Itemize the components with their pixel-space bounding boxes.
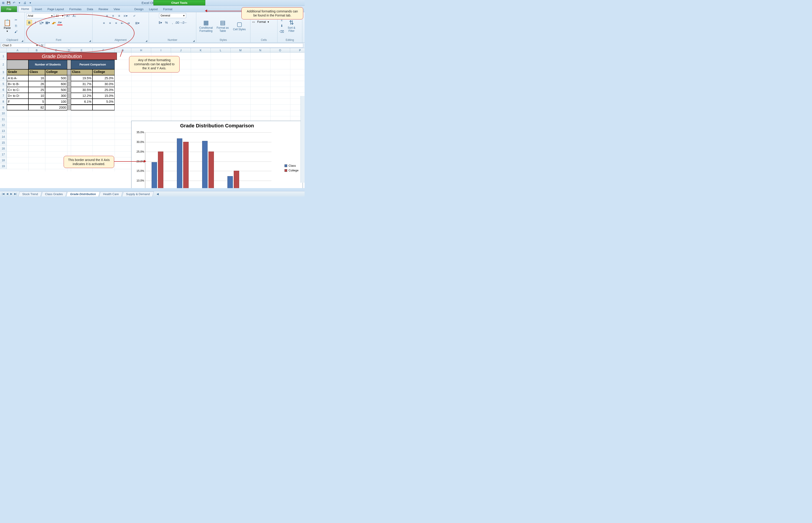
comma-icon[interactable]: ,	[170, 20, 175, 25]
column-header[interactable]: K	[191, 48, 211, 52]
column-header[interactable]: G	[115, 48, 131, 52]
row-header[interactable]: 11	[0, 116, 7, 122]
row-header[interactable]: 10	[0, 110, 7, 116]
tab-design[interactable]: Design	[132, 6, 146, 12]
dialog-launcher-icon[interactable]: ◢	[89, 39, 91, 42]
font-color-icon[interactable]: A▾	[57, 20, 62, 25]
table-cell[interactable]: 600	[45, 81, 67, 87]
tab-data[interactable]: Data	[84, 6, 96, 12]
borders-icon[interactable]: ▦▾	[45, 20, 50, 25]
qat-dropdown-icon[interactable]: ▾	[28, 1, 33, 5]
sort-filter-button[interactable]: ⇅Sort & Filter	[285, 19, 298, 33]
align-middle-icon[interactable]: ≡	[110, 13, 116, 19]
column-header[interactable]: P	[290, 48, 305, 52]
row-header[interactable]: 8	[0, 99, 7, 105]
column-header[interactable]: B	[29, 48, 45, 52]
sheet-tab[interactable]: Stock Trend	[18, 192, 42, 196]
table-cell[interactable]: 30.0%	[93, 81, 115, 87]
table-cell[interactable]: 30.5%	[71, 87, 93, 93]
chart-handle-top[interactable]: ⋯⋯	[214, 122, 220, 124]
row-header[interactable]: 12	[0, 122, 7, 128]
font-size-dropdown[interactable]: 11▾	[55, 13, 64, 18]
formula-input[interactable]	[45, 43, 303, 48]
decrease-decimal-icon[interactable]: .0←	[182, 20, 188, 25]
merge-center-icon[interactable]: ⊞▾	[135, 20, 140, 26]
clear-icon[interactable]: ⌫	[279, 29, 284, 34]
save-icon[interactable]: 💾	[6, 1, 11, 5]
number-format-dropdown[interactable]: General▾	[159, 13, 186, 18]
align-right-icon[interactable]: ≡	[113, 20, 119, 26]
column-header[interactable]: L	[211, 48, 231, 52]
align-top-icon[interactable]: ≡	[104, 13, 110, 19]
tab-format[interactable]: Format	[160, 6, 175, 12]
table-cell[interactable]: 5	[29, 99, 45, 105]
format-painter-icon[interactable]: 🖌	[14, 29, 19, 34]
row-header[interactable]: 15	[0, 140, 7, 146]
name-box[interactable]: Chart 3▾	[1, 43, 39, 48]
redo-icon[interactable]: ▾	[17, 1, 22, 5]
chart-bar[interactable]	[234, 171, 239, 188]
orientation-icon[interactable]: ⤭▾	[122, 13, 128, 19]
chart-bar[interactable]	[177, 139, 182, 188]
table-cell[interactable]: 300	[45, 93, 67, 99]
table-cell[interactable]: 2000	[45, 105, 67, 110]
copy-icon[interactable]: ⎘	[14, 23, 19, 28]
column-header[interactable]: C	[45, 48, 67, 52]
tab-view[interactable]: View	[111, 6, 122, 12]
table-cell[interactable]: 100	[45, 99, 67, 105]
row-header[interactable]: 13	[0, 128, 7, 134]
table-cell[interactable]: D+ to D-	[7, 93, 29, 99]
row-header[interactable]: 17	[0, 151, 7, 157]
table-cell[interactable]: 12.2%	[71, 93, 93, 99]
row-header[interactable]: 7	[0, 93, 7, 99]
table-cell[interactable]: 10	[29, 93, 45, 99]
table-cell[interactable]: 5.0%	[93, 99, 115, 105]
increase-font-icon[interactable]: A↑	[65, 13, 71, 19]
dialog-launcher-icon[interactable]: ◢	[193, 39, 195, 42]
file-tab[interactable]: File	[1, 6, 17, 12]
table-cell[interactable]: B+ to B-	[7, 81, 29, 87]
format-cells-button[interactable]: ▭ Format ▾	[252, 20, 269, 23]
tab-home[interactable]: Home	[18, 6, 32, 12]
align-left-icon[interactable]: ≡	[101, 20, 107, 26]
row-header[interactable]: 14	[0, 134, 7, 140]
tab-review[interactable]: Review	[96, 6, 111, 12]
increase-indent-icon[interactable]: ⇥	[126, 20, 131, 26]
tab-layout[interactable]: Layout	[146, 6, 160, 12]
wrap-text-icon[interactable]: ⤶	[132, 13, 137, 19]
table-cell[interactable]: F	[7, 99, 29, 105]
decrease-font-icon[interactable]: A↓	[72, 13, 77, 19]
tab-page-layout[interactable]: Page Layout	[45, 6, 67, 12]
table-cell[interactable]: 15.0%	[93, 93, 115, 99]
chart-bar[interactable]	[227, 176, 233, 188]
dialog-launcher-icon[interactable]: ◢	[146, 39, 147, 42]
sheet-scroll-right[interactable]: ◀	[156, 193, 159, 196]
cell-styles-button[interactable]: ▢Cell Styles	[231, 21, 247, 31]
bold-button[interactable]: B	[26, 20, 32, 25]
column-header[interactable]: H	[131, 48, 151, 52]
align-bottom-icon[interactable]: ≡	[116, 13, 122, 19]
table-cell[interactable]: C+ to C-	[7, 87, 29, 93]
row-header[interactable]: 3	[0, 69, 7, 75]
sheet-nav-first[interactable]: |◀	[1, 193, 5, 195]
format-as-table-button[interactable]: ▤Format as Table	[215, 19, 231, 33]
table-cell[interactable]: 82	[29, 105, 45, 110]
row-header[interactable]: 18	[0, 157, 7, 163]
increase-decimal-icon[interactable]: .00→	[176, 20, 182, 25]
fx-icon[interactable]: fx	[41, 44, 43, 47]
row-header[interactable]: 2	[0, 60, 7, 69]
table-cell[interactable]: 26	[29, 81, 45, 87]
table-cell[interactable]: 25.0%	[93, 87, 115, 93]
font-name-dropdown[interactable]: Arial▾	[26, 13, 54, 18]
align-center-icon[interactable]: ≡	[107, 20, 113, 26]
row-header[interactable]: 6	[0, 87, 7, 93]
table-cell[interactable]: 25	[29, 87, 45, 93]
table-cell[interactable]: 500	[45, 75, 67, 81]
chart-bar[interactable]	[152, 162, 157, 188]
chart-bar[interactable]	[208, 151, 214, 188]
table-cell[interactable]: 31.7%	[71, 81, 93, 87]
percent-icon[interactable]: %	[164, 20, 169, 25]
print-icon[interactable]: 🖨	[22, 1, 27, 5]
table-cell[interactable]: 25.0%	[93, 75, 115, 81]
fill-icon[interactable]: ⬇	[279, 23, 284, 28]
